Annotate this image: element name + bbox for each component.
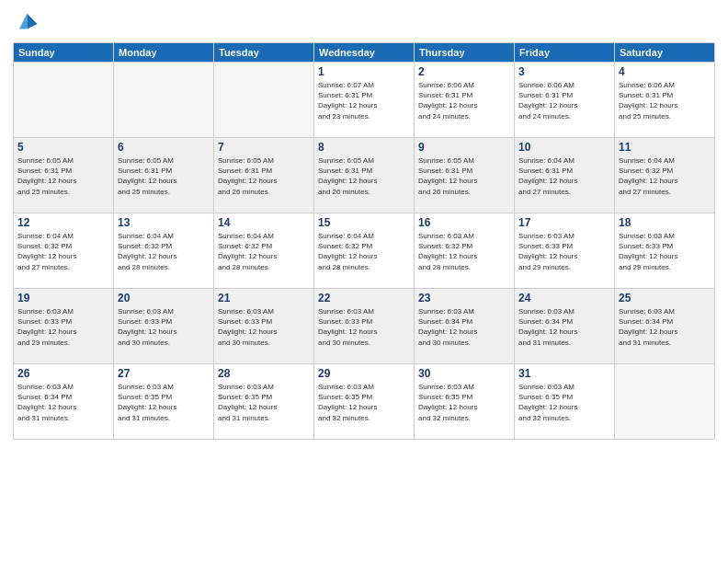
day-number: 25 [619, 292, 711, 304]
weekday-header-tuesday: Tuesday [214, 43, 314, 63]
calendar-day-cell: 29Sunrise: 6:03 AM Sunset: 6:35 PM Dayli… [314, 364, 415, 440]
day-info: Sunrise: 6:04 AM Sunset: 6:32 PM Dayligh… [318, 231, 410, 272]
calendar-day-cell: 27Sunrise: 6:03 AM Sunset: 6:35 PM Dayli… [114, 364, 214, 440]
page: SundayMondayTuesdayWednesdayThursdayFrid… [0, 0, 728, 563]
day-info: Sunrise: 6:05 AM Sunset: 6:31 PM Dayligh… [318, 155, 410, 197]
calendar-day-cell: 7Sunrise: 6:05 AM Sunset: 6:31 PM Daylig… [214, 138, 314, 213]
day-number: 3 [518, 65, 610, 78]
day-number: 12 [17, 216, 109, 229]
weekday-header-monday: Monday [114, 43, 214, 63]
day-info: Sunrise: 6:07 AM Sunset: 6:31 PM Dayligh… [318, 80, 410, 121]
day-number: 29 [318, 367, 410, 380]
calendar-day-cell: 14Sunrise: 6:04 AM Sunset: 6:32 PM Dayli… [214, 213, 314, 289]
day-number: 2 [418, 65, 510, 78]
calendar-day-cell: 2Sunrise: 6:06 AM Sunset: 6:31 PM Daylig… [415, 63, 515, 138]
day-number: 16 [418, 216, 510, 229]
day-number: 13 [118, 216, 210, 229]
svg-marker-0 [27, 14, 37, 29]
calendar-day-cell: 20Sunrise: 6:03 AM Sunset: 6:33 PM Dayli… [114, 289, 214, 364]
calendar-week-row: 5Sunrise: 6:05 AM Sunset: 6:31 PM Daylig… [14, 138, 715, 213]
calendar-day-cell: 23Sunrise: 6:03 AM Sunset: 6:34 PM Dayli… [415, 289, 515, 364]
day-number: 6 [118, 141, 210, 154]
calendar-day-cell [114, 63, 214, 138]
day-info: Sunrise: 6:05 AM Sunset: 6:31 PM Dayligh… [118, 155, 210, 197]
day-info: Sunrise: 6:03 AM Sunset: 6:33 PM Dayligh… [218, 306, 310, 348]
calendar-day-cell: 30Sunrise: 6:03 AM Sunset: 6:35 PM Dayli… [415, 364, 515, 440]
day-info: Sunrise: 6:04 AM Sunset: 6:32 PM Dayligh… [218, 231, 310, 272]
day-number: 20 [118, 292, 210, 304]
day-number: 9 [418, 141, 510, 154]
calendar-day-cell: 22Sunrise: 6:03 AM Sunset: 6:33 PM Dayli… [314, 289, 415, 364]
logo-icon [13, 11, 39, 37]
calendar-day-cell: 9Sunrise: 6:05 AM Sunset: 6:31 PM Daylig… [415, 138, 515, 213]
day-info: Sunrise: 6:03 AM Sunset: 6:35 PM Dayligh… [318, 382, 410, 423]
day-info: Sunrise: 6:05 AM Sunset: 6:31 PM Dayligh… [17, 155, 109, 197]
day-number: 15 [318, 216, 410, 229]
day-number: 8 [318, 141, 410, 154]
day-number: 22 [318, 292, 410, 304]
day-number: 23 [418, 292, 510, 304]
day-info: Sunrise: 6:03 AM Sunset: 6:34 PM Dayligh… [619, 306, 711, 348]
weekday-header-saturday: Saturday [615, 43, 715, 63]
svg-marker-1 [19, 14, 27, 29]
calendar-day-cell: 13Sunrise: 6:04 AM Sunset: 6:32 PM Dayli… [114, 213, 214, 289]
day-number: 21 [218, 292, 310, 304]
day-number: 4 [619, 65, 711, 78]
calendar-week-row: 19Sunrise: 6:03 AM Sunset: 6:33 PM Dayli… [14, 289, 715, 364]
day-number: 27 [118, 367, 210, 380]
calendar-day-cell: 11Sunrise: 6:04 AM Sunset: 6:32 PM Dayli… [615, 138, 715, 213]
day-info: Sunrise: 6:04 AM Sunset: 6:32 PM Dayligh… [17, 231, 109, 272]
calendar-day-cell: 24Sunrise: 6:03 AM Sunset: 6:34 PM Dayli… [515, 289, 615, 364]
day-number: 1 [318, 65, 410, 78]
day-info: Sunrise: 6:06 AM Sunset: 6:31 PM Dayligh… [619, 80, 711, 121]
calendar-day-cell: 31Sunrise: 6:03 AM Sunset: 6:35 PM Dayli… [515, 364, 615, 440]
day-number: 7 [218, 141, 310, 154]
calendar-week-row: 26Sunrise: 6:03 AM Sunset: 6:34 PM Dayli… [14, 364, 715, 440]
day-number: 17 [518, 216, 610, 229]
calendar-day-cell: 16Sunrise: 6:03 AM Sunset: 6:32 PM Dayli… [415, 213, 515, 289]
calendar-day-cell: 4Sunrise: 6:06 AM Sunset: 6:31 PM Daylig… [615, 63, 715, 138]
day-info: Sunrise: 6:03 AM Sunset: 6:35 PM Dayligh… [418, 382, 510, 423]
calendar-day-cell [615, 364, 715, 440]
day-info: Sunrise: 6:03 AM Sunset: 6:33 PM Dayligh… [619, 231, 711, 272]
day-info: Sunrise: 6:03 AM Sunset: 6:33 PM Dayligh… [518, 231, 610, 272]
calendar-day-cell: 15Sunrise: 6:04 AM Sunset: 6:32 PM Dayli… [314, 213, 415, 289]
calendar-day-cell [214, 63, 314, 138]
weekday-header-sunday: Sunday [14, 43, 114, 63]
day-number: 26 [17, 367, 109, 380]
calendar-day-cell: 17Sunrise: 6:03 AM Sunset: 6:33 PM Dayli… [515, 213, 615, 289]
day-number: 31 [518, 367, 610, 380]
calendar-day-cell: 18Sunrise: 6:03 AM Sunset: 6:33 PM Dayli… [615, 213, 715, 289]
day-info: Sunrise: 6:03 AM Sunset: 6:34 PM Dayligh… [17, 382, 109, 423]
weekday-header-row: SundayMondayTuesdayWednesdayThursdayFrid… [14, 43, 715, 63]
day-info: Sunrise: 6:05 AM Sunset: 6:31 PM Dayligh… [418, 155, 510, 197]
weekday-header-wednesday: Wednesday [314, 43, 415, 63]
day-info: Sunrise: 6:06 AM Sunset: 6:31 PM Dayligh… [418, 80, 510, 121]
calendar-day-cell: 6Sunrise: 6:05 AM Sunset: 6:31 PM Daylig… [114, 138, 214, 213]
day-info: Sunrise: 6:06 AM Sunset: 6:31 PM Dayligh… [518, 80, 610, 121]
calendar-day-cell [14, 63, 114, 138]
day-info: Sunrise: 6:03 AM Sunset: 6:33 PM Dayligh… [17, 306, 109, 348]
day-number: 28 [218, 367, 310, 380]
calendar-day-cell: 5Sunrise: 6:05 AM Sunset: 6:31 PM Daylig… [14, 138, 114, 213]
day-info: Sunrise: 6:03 AM Sunset: 6:35 PM Dayligh… [218, 382, 310, 423]
weekday-header-thursday: Thursday [415, 43, 515, 63]
day-info: Sunrise: 6:03 AM Sunset: 6:35 PM Dayligh… [118, 382, 210, 423]
day-info: Sunrise: 6:04 AM Sunset: 6:31 PM Dayligh… [518, 155, 610, 197]
day-number: 19 [17, 292, 109, 304]
day-info: Sunrise: 6:03 AM Sunset: 6:35 PM Dayligh… [518, 382, 610, 423]
day-number: 24 [518, 292, 610, 304]
calendar-day-cell: 25Sunrise: 6:03 AM Sunset: 6:34 PM Dayli… [615, 289, 715, 364]
calendar-day-cell: 1Sunrise: 6:07 AM Sunset: 6:31 PM Daylig… [314, 63, 415, 138]
calendar-table: SundayMondayTuesdayWednesdayThursdayFrid… [13, 42, 715, 440]
day-number: 10 [518, 141, 610, 154]
day-number: 5 [17, 141, 109, 154]
day-info: Sunrise: 6:03 AM Sunset: 6:34 PM Dayligh… [418, 306, 510, 348]
day-info: Sunrise: 6:03 AM Sunset: 6:34 PM Dayligh… [518, 306, 610, 348]
logo [13, 11, 42, 37]
calendar-day-cell: 12Sunrise: 6:04 AM Sunset: 6:32 PM Dayli… [14, 213, 114, 289]
day-number: 18 [619, 216, 711, 229]
day-info: Sunrise: 6:04 AM Sunset: 6:32 PM Dayligh… [619, 155, 711, 197]
calendar-day-cell: 28Sunrise: 6:03 AM Sunset: 6:35 PM Dayli… [214, 364, 314, 440]
calendar-day-cell: 21Sunrise: 6:03 AM Sunset: 6:33 PM Dayli… [214, 289, 314, 364]
